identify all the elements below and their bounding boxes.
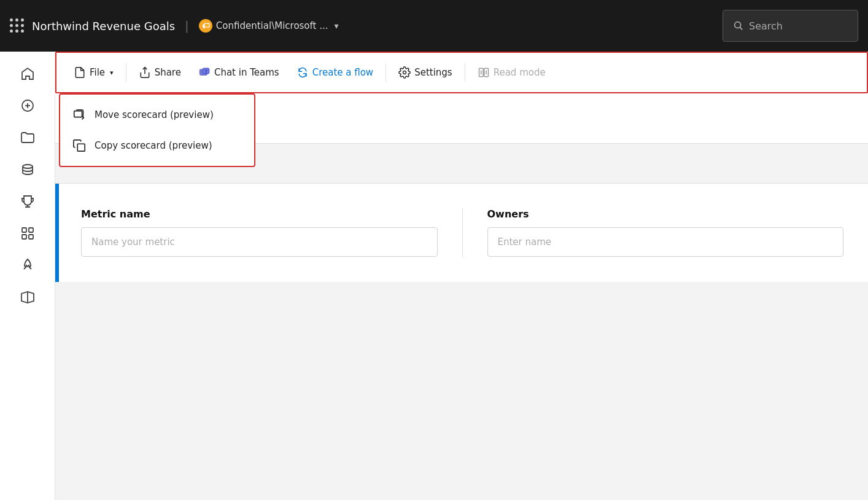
file-button[interactable]: File ▾ (66, 61, 121, 84)
svg-text:T: T (205, 69, 207, 74)
sidebar-item-apps[interactable] (13, 219, 42, 248)
svg-rect-20 (77, 144, 85, 151)
svg-rect-9 (29, 235, 33, 239)
settings-icon (398, 66, 411, 79)
share-icon (139, 66, 151, 79)
file-chevron: ▾ (110, 69, 114, 77)
sensitivity-label[interactable]: 🏷 Confidential\Microsoft ... ▾ (199, 19, 339, 33)
metric-content: Metric name Owners (59, 184, 868, 282)
separator-1 (126, 63, 126, 82)
file-icon (74, 66, 86, 79)
metric-row: Metric name Owners (55, 183, 868, 282)
owners-input[interactable] (487, 227, 844, 257)
toolbar: File ▾ Share T Chat in (55, 52, 868, 93)
owners-label: Owners (487, 208, 844, 220)
svg-rect-8 (22, 235, 26, 239)
separator-3 (465, 63, 465, 82)
svg-rect-19 (74, 111, 82, 117)
search-icon (733, 20, 744, 31)
sidebar (0, 52, 55, 500)
share-button[interactable]: Share (131, 61, 188, 84)
svg-rect-7 (29, 228, 33, 232)
sidebar-item-home[interactable] (13, 59, 42, 88)
readmode-button[interactable]: Read mode (470, 61, 553, 84)
metric-name-label: Metric name (81, 208, 438, 220)
metric-name-field: Metric name (81, 208, 438, 257)
field-separator (462, 208, 463, 257)
sidebar-item-datahub[interactable] (13, 155, 42, 184)
settings-button[interactable]: Settings (391, 61, 460, 84)
move-scorecard-icon (72, 108, 86, 122)
svg-point-5 (23, 165, 33, 168)
search-input[interactable] (749, 20, 835, 32)
sensitivity-icon: 🏷 (199, 19, 212, 33)
svg-rect-6 (22, 228, 26, 232)
flow-icon (296, 66, 309, 79)
sidebar-item-rocket[interactable] (13, 251, 42, 280)
svg-point-14 (403, 71, 406, 74)
svg-line-1 (740, 27, 742, 29)
copy-scorecard-label: Copy scorecard (preview) (95, 140, 212, 151)
readmode-icon (478, 66, 490, 79)
separator-2 (386, 63, 386, 82)
create-flow-button[interactable]: Create a flow (289, 61, 381, 84)
sidebar-item-create[interactable] (13, 91, 42, 120)
readmode-label: Read mode (494, 67, 546, 78)
copy-scorecard-icon (72, 139, 86, 152)
metric-name-input[interactable] (81, 227, 438, 257)
main-content: File ▾ Share T Chat in (55, 52, 868, 500)
sidebar-item-browse[interactable] (13, 123, 42, 152)
copy-scorecard-item[interactable]: Copy scorecard (preview) (60, 130, 254, 161)
flow-label: Create a flow (312, 67, 373, 78)
owners-field: Owners (487, 208, 844, 257)
title-divider: | (185, 18, 189, 33)
topbar: Northwind Revenue Goals | 🏷 Confidential… (0, 0, 868, 52)
teams-label: Chat in Teams (214, 67, 279, 78)
layout: File ▾ Share T Chat in (0, 52, 868, 500)
sensitivity-chevron: ▾ (335, 21, 339, 31)
sidebar-item-goals[interactable] (13, 187, 42, 216)
apps-launcher[interactable] (10, 18, 25, 33)
teams-button[interactable]: T Chat in Teams (191, 61, 287, 84)
search-box[interactable] (723, 10, 858, 42)
file-dropdown-menu: Move scorecard (preview) Copy scorecard … (59, 93, 255, 167)
move-scorecard-item[interactable]: Move scorecard (preview) (60, 100, 254, 130)
settings-label: Settings (414, 67, 452, 78)
share-label: Share (155, 67, 181, 78)
file-label: File (90, 67, 105, 78)
teams-icon: T (198, 66, 211, 79)
move-scorecard-label: Move scorecard (preview) (95, 109, 214, 120)
app-title: Northwind Revenue Goals (32, 20, 175, 33)
sidebar-item-learn[interactable] (13, 283, 42, 312)
sensitivity-text: Confidential\Microsoft ... (216, 20, 328, 31)
svg-point-0 (735, 22, 741, 28)
